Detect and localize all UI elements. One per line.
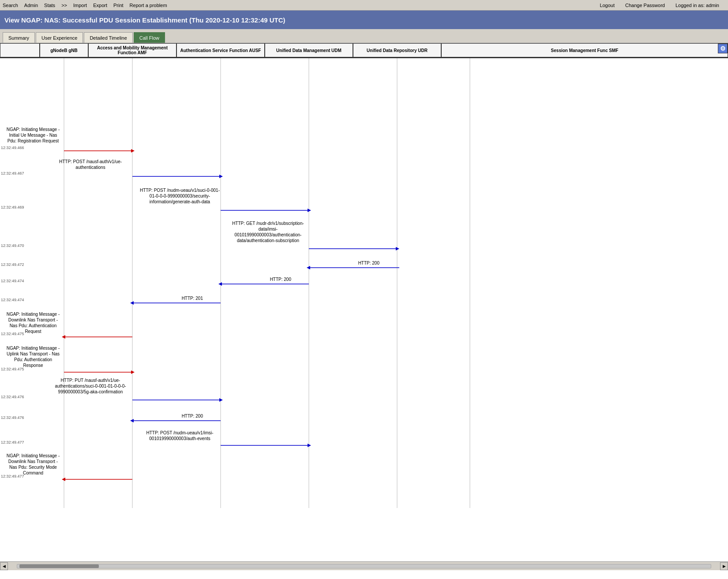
timestamp-6: 12:32:49.474 <box>1 279 24 284</box>
col-header-udm: Unified Data Management UDM <box>265 43 353 57</box>
tab-detailed-timeline[interactable]: Detailed Timeline <box>84 32 132 43</box>
svg-marker-19 <box>130 301 134 305</box>
timestamp-2: 12:32:49.467 <box>1 171 24 176</box>
svg-marker-7 <box>131 149 135 153</box>
svg-marker-31 <box>62 478 65 481</box>
svg-marker-11 <box>308 209 311 212</box>
msg-label-11: HTTP: 200 <box>159 413 203 419</box>
menu-print[interactable]: Print <box>113 3 124 8</box>
menu-stats[interactable]: Stats <box>44 3 55 8</box>
timestamp-1: 12:32:49.466 <box>1 146 24 150</box>
msg-label-1: NGAP: Initiating Message - Initial Ue Me… <box>4 127 62 144</box>
tab-user-experience[interactable]: User Experience <box>36 32 83 43</box>
svg-marker-17 <box>218 282 222 286</box>
svg-marker-25 <box>219 398 223 402</box>
menu-import[interactable]: Import <box>73 3 87 8</box>
menu-right: Logout Change Password Logged in as: adm… <box>600 3 725 8</box>
tabs-bar: Summary User Experience Detailed Timelin… <box>0 29 728 43</box>
msg-label-6: HTTP: 200 <box>247 276 291 282</box>
svg-marker-27 <box>130 419 134 422</box>
bottom-scrollbar[interactable]: ◀ ▶ <box>0 561 728 570</box>
menu-bar: Search Admin Stats >> Import Export Prin… <box>0 0 728 11</box>
menu-search[interactable]: Search <box>3 3 18 8</box>
col-header-udr: Unified Data Repository UDR <box>353 43 441 57</box>
call-flow-diagram: 12:32:49.466 NGAP: Initiating Message - … <box>0 58 728 508</box>
timestamp-7: 12:32:49.474 <box>1 298 24 303</box>
timestamp-5: 12:32:49.472 <box>1 262 24 267</box>
logged-in-label: Logged in as: admin <box>675 3 719 8</box>
col-header-smf: Session Management Func SMF ⚙ <box>441 43 728 57</box>
scroll-thumb[interactable] <box>19 564 99 568</box>
timestamp-12: 12:32:49.477 <box>1 440 24 445</box>
scroll-track[interactable] <box>17 564 711 568</box>
msg-label-12: HTTP: POST /nudm-ueau/v1/imsi-0010199900… <box>137 430 223 441</box>
col-header-timestamp <box>0 43 40 57</box>
main-content: gNodeB gNB Access and Mobility Managemen… <box>0 43 728 570</box>
col-header-gnodeb: gNodeB gNB <box>40 43 88 57</box>
msg-label-2: HTTP: POST /nausf-auth/v1/ue-authenticat… <box>49 159 132 170</box>
call-flow-wrapper: gNodeB gNB Access and Mobility Managemen… <box>0 43 728 561</box>
timestamp-3: 12:32:49.469 <box>1 205 24 210</box>
msg-label-7: HTTP: 201 <box>159 295 203 301</box>
msg-label-5: HTTP: 200 <box>335 260 379 266</box>
svg-marker-21 <box>62 335 65 339</box>
scroll-right-arrow[interactable]: ▶ <box>720 562 728 570</box>
call-flow-body[interactable]: 12:32:49.466 NGAP: Initiating Message - … <box>0 58 728 561</box>
menu-export[interactable]: Export <box>93 3 107 8</box>
msg-label-9: NGAP: Initiating Message - Uplink Nas Tr… <box>4 345 62 368</box>
menu-admin[interactable]: Admin <box>24 3 38 8</box>
col-header-amf: Access and Mobility Management Function … <box>88 43 176 57</box>
scroll-left-arrow[interactable]: ◀ <box>0 562 8 570</box>
svg-marker-13 <box>396 247 399 250</box>
msg-label-10: HTTP: PUT /nausf-auth/v1/ue-authenticati… <box>49 377 132 395</box>
msg-label-4: HTTP: GET /nudr-dr/v1/subscription-data/… <box>225 220 311 243</box>
lane-lines <box>0 58 728 508</box>
change-password-link[interactable]: Change Password <box>625 3 665 8</box>
gear-button[interactable]: ⚙ <box>718 44 728 53</box>
logout-link[interactable]: Logout <box>600 3 615 8</box>
svg-marker-9 <box>219 175 223 178</box>
tab-summary[interactable]: Summary <box>3 32 35 43</box>
column-headers: gNodeB gNB Access and Mobility Managemen… <box>0 43 728 58</box>
title-bar: View NGAP: NAS: Successful PDU Session E… <box>0 11 728 29</box>
menu-report[interactable]: Report a problem <box>130 3 167 8</box>
svg-marker-15 <box>307 266 310 269</box>
page-title: View NGAP: NAS: Successful PDU Session E… <box>4 16 285 24</box>
msg-label-8: NGAP: Initiating Message - Downlink Nas … <box>4 311 62 334</box>
msg-label-13: NGAP: Initiating Message - Downlink Nas … <box>4 453 62 476</box>
menu-more[interactable]: >> <box>61 3 67 8</box>
svg-marker-29 <box>308 444 311 447</box>
timestamp-11: 12:32:49.476 <box>1 415 24 420</box>
svg-marker-23 <box>131 370 135 374</box>
col-header-ausf: Authentication Service Function AUSF <box>176 43 265 57</box>
msg-label-3: HTTP: POST /nudm-ueau/v1/suci-0-001-01-0… <box>137 187 223 205</box>
timestamp-10: 12:32:49.476 <box>1 395 24 400</box>
timestamp-4: 12:32:49.470 <box>1 243 24 248</box>
tab-call-flow[interactable]: Call Flow <box>134 32 165 43</box>
